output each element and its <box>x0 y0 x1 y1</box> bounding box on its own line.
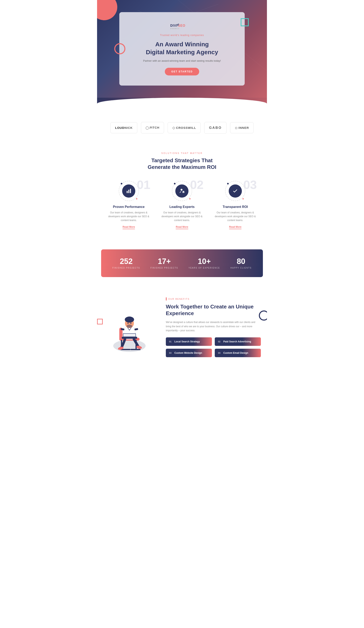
benefit-num-1: 01 <box>169 340 171 343</box>
stat-happy-clients: 80 HAPPY CLIENTS <box>230 257 252 269</box>
stat-finished-projects: 252 FINISHED PROJECTS <box>112 257 140 269</box>
person-illustration <box>107 297 152 354</box>
logo-gabo: GABO <box>204 122 226 134</box>
hero-title: An Award Winning Digital Marketing Agenc… <box>132 40 232 56</box>
stat-label-2: FINISHED PROJECTS <box>150 267 178 269</box>
feature-card-3: 03 Transparent ROI Our team of creatives… <box>212 181 259 229</box>
get-started-button[interactable]: GET STARTED <box>165 68 199 76</box>
deco-dot-br-1 <box>136 198 137 199</box>
benefits-content: OUR BENEFITS Work Together to Create an … <box>166 297 261 357</box>
svg-rect-23 <box>131 349 141 350</box>
feature-icon-wrap-3 <box>225 181 245 201</box>
feature-title-2: Leading Experts <box>158 205 206 209</box>
svg-point-32 <box>127 325 132 328</box>
svg-rect-12 <box>127 191 128 193</box>
stat-number-3: 10+ <box>188 257 220 265</box>
benefits-illustration <box>103 297 156 354</box>
stat-label-1: FINISHED PROJECTS <box>112 267 140 269</box>
svg-rect-7 <box>178 25 178 25</box>
benefits-desc: We've designed a culture that allows our… <box>166 320 261 332</box>
benefit-num-2: 02 <box>218 340 220 343</box>
solutions-title: Targeted Strategies That Generate the Ma… <box>105 157 259 171</box>
benefits-section: OUR BENEFITS Work Together to Create an … <box>97 285 267 370</box>
pitch-icon <box>146 126 149 130</box>
benefits-title: Work Together to Create an Unique Experi… <box>166 303 261 317</box>
crosswill-icon <box>172 127 175 129</box>
benefit-label-4: Custom Email Design <box>223 352 248 354</box>
benefit-num-3: 03 <box>169 352 171 354</box>
deco-square-left <box>97 319 103 324</box>
hero-deco-circle <box>97 0 117 20</box>
inner-icon <box>235 127 238 129</box>
logo-crosswill: CROSSWILL <box>168 122 201 133</box>
stat-number-4: 80 <box>230 257 252 265</box>
feature-icon-inner-1 <box>122 184 135 198</box>
logo-svg: DIVI SEO AGENCY <box>170 22 194 30</box>
feature-link-3[interactable]: Read More <box>229 226 241 229</box>
benefits-tag-bar <box>166 297 167 301</box>
benefits-tag-text: OUR BENEFITS <box>168 298 190 300</box>
stat-number-1: 252 <box>112 257 140 265</box>
stat-number-2: 17+ <box>150 257 178 265</box>
benefit-label-1: Local Search Strategy <box>174 340 200 343</box>
hero-section: DIVI SEO AGENCY Trusted world's leading … <box>97 0 267 98</box>
logo-pitch: PITCH <box>141 122 164 133</box>
hero-card: DIVI SEO AGENCY Trusted world's leading … <box>119 12 245 85</box>
benefits-tag: OUR BENEFITS <box>166 297 261 301</box>
feature-title-1: Proven Performance <box>105 205 152 209</box>
svg-rect-14 <box>130 189 131 193</box>
feature-link-1[interactable]: Read More <box>123 226 135 229</box>
feature-icon-wrap-1 <box>119 181 139 201</box>
logo-loudnick: LOUDNICK <box>110 122 137 133</box>
benefit-btn-1[interactable]: 01 Local Search Strategy <box>166 337 212 346</box>
hero-trusted-text: Trusted world's leading companies <box>132 34 232 37</box>
svg-marker-10 <box>172 127 175 129</box>
feature-cards-row: 01 Proven Performance Our team of creati… <box>105 181 259 229</box>
feature-icon-wrap-2 <box>172 181 192 201</box>
hero-card-deco-square <box>241 18 249 26</box>
svg-point-31 <box>125 316 134 322</box>
feature-card-1: 01 Proven Performance Our team of creati… <box>105 181 152 229</box>
svg-point-33 <box>128 322 129 324</box>
svg-point-9 <box>146 127 149 129</box>
wave-divider <box>97 98 267 110</box>
benefits-grid: 01 Local Search Strategy 02 Paid Search … <box>166 337 261 357</box>
svg-text:DIVI: DIVI <box>170 24 177 27</box>
svg-text:AGENCY: AGENCY <box>170 28 180 29</box>
stats-banner: 252 FINISHED PROJECTS 17+ FINISHED PROJE… <box>101 249 263 277</box>
svg-text:SEO: SEO <box>178 24 185 27</box>
feature-card-2: 02 Leading Experts Our team of creatives… <box>158 181 206 229</box>
check-icon <box>232 188 238 194</box>
svg-rect-8 <box>178 23 179 25</box>
hero-card-deco-circle <box>114 43 125 54</box>
deco-dot-br-2 <box>189 198 191 199</box>
logo-inner: INNER <box>230 122 254 133</box>
benefit-label-2: Paid Search Advertising <box>223 340 251 343</box>
svg-point-34 <box>131 322 132 324</box>
stat-label-4: HAPPY CLIENTS <box>230 267 252 269</box>
stat-years-experience: 10+ YEARS OF EXPERIENCE <box>188 257 220 269</box>
svg-rect-6 <box>177 24 178 25</box>
benefit-btn-4[interactable]: 04 Custom Email Design <box>215 349 261 357</box>
benefit-btn-2[interactable]: 02 Paid Search Advertising <box>215 337 261 346</box>
stat-finished-projects-2: 17+ FINISHED PROJECTS <box>150 257 178 269</box>
feature-icon-inner-3 <box>229 184 242 198</box>
benefit-btn-3[interactable]: 03 Custom Website Design <box>166 349 212 357</box>
logos-section: LOUDNICK PITCH CROSSWILL GABO INNER <box>97 110 267 144</box>
stat-label-3: YEARS OF EXPERIENCE <box>188 267 220 269</box>
bar-chart-icon <box>126 188 132 194</box>
svg-point-15 <box>181 189 182 191</box>
benefit-num-4: 04 <box>218 352 220 354</box>
deco-circle-right <box>259 311 267 320</box>
feature-title-3: Transparent ROI <box>212 205 259 209</box>
hero-subtitle: Partner with an award-winning team and s… <box>132 59 232 63</box>
feature-desc-2: Our team of creatives, designers & devel… <box>158 211 206 223</box>
svg-rect-13 <box>128 190 129 193</box>
feature-link-2[interactable]: Read More <box>176 226 188 229</box>
user-settings-icon <box>179 188 185 194</box>
hero-logo: DIVI SEO AGENCY <box>132 22 232 31</box>
solutions-section: SOLUTIONS THAT MATTER Targeted Strategie… <box>97 144 267 241</box>
svg-rect-29 <box>123 334 136 336</box>
feature-icon-inner-2 <box>175 184 188 198</box>
svg-marker-11 <box>235 127 237 129</box>
